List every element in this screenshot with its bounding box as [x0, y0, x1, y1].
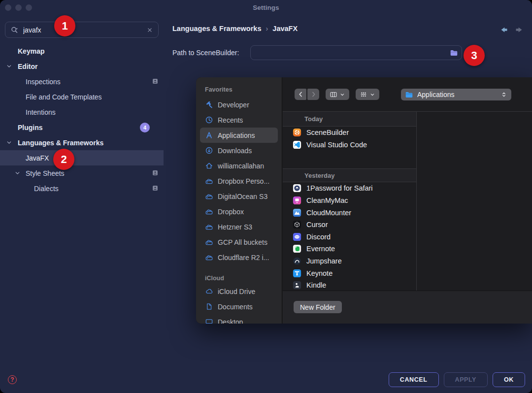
- file-row-evernote[interactable]: Evernote: [283, 243, 416, 255]
- browse-folder-button[interactable]: [447, 47, 460, 59]
- sidebar-item-label: DigitalOcean S3: [218, 193, 267, 200]
- file-dialog-bottom-bar: New Folder: [283, 291, 532, 324]
- tree-item-label: Intentions: [26, 108, 56, 116]
- file-dialog-toolbar: Applications: [283, 77, 532, 111]
- path-input[interactable]: [251, 46, 447, 60]
- file-row-keynote[interactable]: Keynote: [283, 267, 416, 279]
- file-name: Evernote: [306, 245, 335, 253]
- tree-item-label: Plugins: [18, 124, 43, 131]
- search-icon[interactable]: [10, 26, 19, 34]
- chevron-left-icon: [297, 91, 304, 98]
- group-by-button[interactable]: [356, 89, 379, 100]
- section-header-yesterday: Yesterday: [283, 168, 416, 182]
- plugins-count-badge: 4: [140, 123, 150, 132]
- location-dropdown[interactable]: Applications: [401, 89, 511, 100]
- file-row-scenebuilder[interactable]: SceneBuilder: [283, 127, 416, 139]
- sidebar-item-downloads[interactable]: Downloads: [200, 143, 278, 158]
- file-row-cursor[interactable]: Cursor: [283, 219, 416, 231]
- path-to-scenebuilder-field[interactable]: [250, 45, 462, 60]
- settings-tree-item-intentions[interactable]: Intentions: [0, 104, 164, 120]
- history-forward-icon[interactable]: [515, 26, 523, 34]
- new-folder-button[interactable]: New Folder: [294, 301, 342, 313]
- tree-item-label: JavaFX: [26, 154, 49, 162]
- settings-tree-item-javafx[interactable]: JavaFX: [0, 150, 164, 165]
- sidebar-item-digitalocean-s3[interactable]: DigitalOcean S3: [200, 189, 278, 204]
- cleanmymac-app-icon: [293, 196, 301, 205]
- settings-tree-item-plugins[interactable]: Plugins4: [0, 120, 164, 135]
- settings-window: Settings KeymapEditorInspectionsFile and…: [0, 0, 532, 393]
- chevron-down-icon: [369, 92, 375, 98]
- settings-scope-icon: [152, 169, 159, 176]
- settings-tree-item-file-and-code-templates[interactable]: File and Code Templates: [0, 89, 164, 104]
- keynote-app-icon: [293, 269, 301, 278]
- file-name: CloudMounter: [306, 209, 351, 217]
- sidebar-item-label: Documents: [218, 303, 253, 311]
- file-name: 1Password for Safari: [306, 184, 373, 192]
- sidebar-item-hetzner-s3[interactable]: Hetzner S3: [200, 219, 278, 234]
- tree-item-label: Keymap: [18, 47, 44, 55]
- tree-item-label: Languages & Frameworks: [18, 139, 103, 147]
- history-back-icon[interactable]: [500, 26, 508, 34]
- view-mode-button[interactable]: [326, 89, 349, 100]
- sidebar-item-label: Hetzner S3: [218, 223, 252, 231]
- file-row-cleanmymac[interactable]: CleanMyMac: [283, 195, 416, 207]
- sidebar-item-icloud-drive[interactable]: iCloud Drive: [200, 284, 278, 299]
- folder-icon: [450, 49, 458, 57]
- chevron-right-icon: [310, 91, 317, 98]
- sidebar-item-williamcallahan[interactable]: williamcallahan: [200, 158, 278, 173]
- settings-scope-icon: [152, 78, 159, 85]
- breadcrumb-parent[interactable]: Languages & Frameworks: [172, 25, 262, 33]
- sidebar-item-developer[interactable]: Developer: [200, 97, 278, 112]
- help-button[interactable]: ?: [8, 375, 17, 384]
- tree-item-label: File and Code Templates: [26, 93, 102, 101]
- sidebar-item-applications[interactable]: Applications: [200, 128, 278, 143]
- sidebar-item-label: Desktop: [218, 318, 243, 324]
- file-row-jumpshare[interactable]: Jumpshare: [283, 255, 416, 267]
- apply-button[interactable]: APPLY: [444, 372, 488, 387]
- file-row-visual-studio-code[interactable]: Visual Studio Code: [283, 139, 416, 151]
- settings-tree-item-style-sheets[interactable]: Style Sheets: [0, 165, 164, 181]
- back-button[interactable]: [295, 89, 306, 100]
- file-name: SceneBuilder: [306, 129, 349, 136]
- file-row-discord[interactable]: Discord: [283, 231, 416, 243]
- sidebar-item-desktop[interactable]: Desktop: [200, 314, 278, 324]
- section-header-today: Today: [283, 112, 416, 127]
- sidebar-item-documents[interactable]: Documents: [200, 299, 278, 314]
- preview-column: [417, 112, 532, 291]
- settings-tree-item-keymap[interactable]: Keymap: [0, 43, 164, 59]
- file-row-kindle[interactable]: Kindle: [283, 279, 416, 291]
- settings-tree: KeymapEditorInspectionsFile and Code Tem…: [0, 43, 164, 196]
- jumpshare-app-icon: [293, 257, 301, 265]
- sidebar-item-dropbox-perso-[interactable]: Dropbox Perso...: [200, 173, 278, 189]
- file-dialog-sidebar: Favorites DeveloperRecentsApplicationsDo…: [196, 77, 282, 324]
- clouddrive-icon: [205, 253, 213, 262]
- settings-search[interactable]: [5, 22, 159, 38]
- sidebar-item-recents[interactable]: Recents: [200, 112, 278, 128]
- clock-icon: [205, 116, 213, 124]
- sidebar-item-dropbox[interactable]: Dropbox: [200, 204, 278, 219]
- file-name: Visual Studio Code: [306, 141, 367, 149]
- favorites-list: DeveloperRecentsApplicationsDownloadswil…: [200, 97, 278, 265]
- tree-item-label: Inspections: [26, 78, 61, 86]
- file-row-1password-for-safari[interactable]: 1Password for Safari: [283, 182, 416, 195]
- search-input[interactable]: [23, 26, 146, 34]
- annotation-step-2: 2: [53, 149, 74, 170]
- forward-button[interactable]: [307, 89, 319, 100]
- updown-chevrons-icon: [500, 91, 507, 98]
- expand-chevron-icon: [14, 170, 21, 176]
- tree-item-label: Editor: [18, 63, 37, 70]
- expand-chevron-icon: [6, 63, 12, 69]
- settings-tree-item-languages-frameworks[interactable]: Languages & Frameworks: [0, 135, 164, 150]
- sidebar-item-gcp-all-buckets[interactable]: GCP All buckets: [200, 234, 278, 250]
- cancel-button[interactable]: CANCEL: [389, 372, 439, 387]
- settings-tree-item-editor[interactable]: Editor: [0, 59, 164, 74]
- sidebar-item-label: Applications: [218, 131, 255, 139]
- file-name: Kindle: [306, 281, 326, 289]
- clouddrive-icon: [205, 223, 213, 231]
- settings-tree-item-inspections[interactable]: Inspections: [0, 74, 164, 89]
- settings-tree-item-dialects[interactable]: Dialects: [0, 181, 164, 196]
- file-row-cloudmounter[interactable]: CloudMounter: [283, 206, 416, 219]
- clear-search-icon[interactable]: [146, 27, 153, 33]
- sidebar-item-cloudflare-r2-i-[interactable]: Cloudflare R2 i...: [200, 250, 278, 265]
- ok-button[interactable]: OK: [493, 372, 525, 387]
